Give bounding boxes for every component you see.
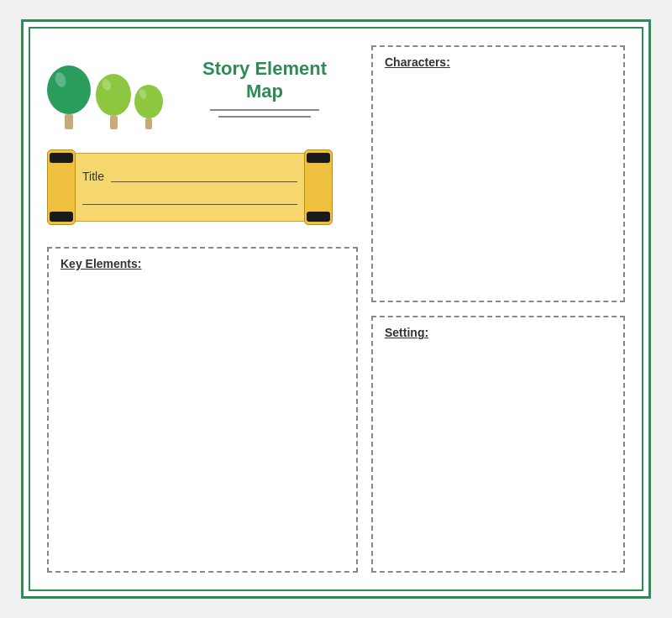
setting-label: Setting: <box>385 326 612 339</box>
title-divider-2 <box>218 116 311 118</box>
characters-label: Characters: <box>385 55 612 69</box>
header-area: Story Element Map <box>47 45 358 136</box>
trees-container <box>47 45 163 129</box>
tree-medium <box>96 74 131 129</box>
scroll-cap-bl <box>50 212 73 222</box>
characters-box: Characters: <box>371 45 625 302</box>
key-elements-label: Key Elements: <box>60 257 344 270</box>
setting-box: Setting: <box>371 316 625 573</box>
scroll-cap-tr <box>307 153 330 163</box>
main-layout: Story Element Map <box>47 45 625 573</box>
tree-small <box>134 85 163 129</box>
blank-line <box>82 193 297 205</box>
scroll-cap-br <box>307 212 330 222</box>
right-column: Characters: Setting: <box>371 45 625 573</box>
inner-border: Story Element Map <box>29 27 643 591</box>
scroll-cap-tl <box>50 153 73 163</box>
title-section: Story Element Map <box>171 57 358 117</box>
title-input-row: Title <box>82 170 297 183</box>
outer-border: Story Element Map <box>21 19 651 599</box>
left-column: Story Element Map <box>47 45 358 573</box>
scroll-content: Title <box>82 160 297 215</box>
story-title: Story Element <box>202 57 327 81</box>
title-divider-1 <box>210 109 319 111</box>
tree-large <box>47 65 91 129</box>
tree-top-large <box>47 65 91 114</box>
key-elements-box: Key Elements: <box>47 247 358 573</box>
scroll-container: Title <box>47 141 333 233</box>
title-underline-fill <box>111 170 297 182</box>
story-title-line2: Map <box>246 80 283 104</box>
title-label: Title <box>82 170 104 183</box>
